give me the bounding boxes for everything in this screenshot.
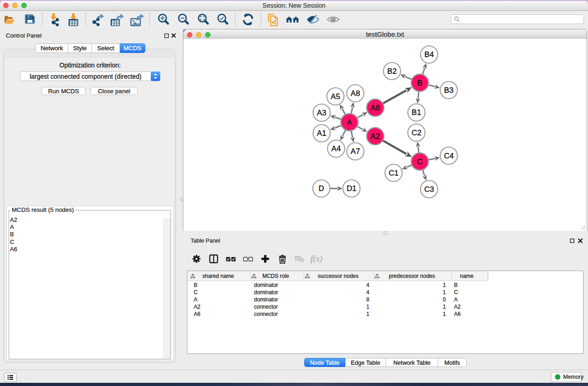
svg-text:A7: A7	[351, 147, 360, 156]
svg-text:A: A	[347, 118, 352, 127]
svg-text:C: C	[417, 157, 422, 166]
svg-text:C4: C4	[444, 152, 454, 160]
svg-text:A8: A8	[351, 89, 360, 98]
svg-text:A4: A4	[331, 144, 341, 153]
svg-text:A6: A6	[371, 104, 380, 112]
svg-text:D: D	[319, 184, 324, 193]
svg-text:C1: C1	[389, 169, 399, 177]
svg-text:A5: A5	[331, 92, 340, 101]
svg-text:A1: A1	[317, 129, 326, 138]
svg-text:A3: A3	[317, 109, 326, 117]
svg-text:D1: D1	[347, 184, 357, 193]
svg-text:B3: B3	[444, 86, 454, 95]
svg-text:B: B	[417, 79, 422, 87]
svg-text:B4: B4	[425, 50, 434, 59]
svg-text:C3: C3	[424, 185, 434, 194]
svg-text:C2: C2	[411, 129, 421, 137]
svg-text:B1: B1	[412, 108, 421, 117]
svg-text:B2: B2	[387, 67, 397, 76]
svg-text:A2: A2	[371, 132, 380, 141]
